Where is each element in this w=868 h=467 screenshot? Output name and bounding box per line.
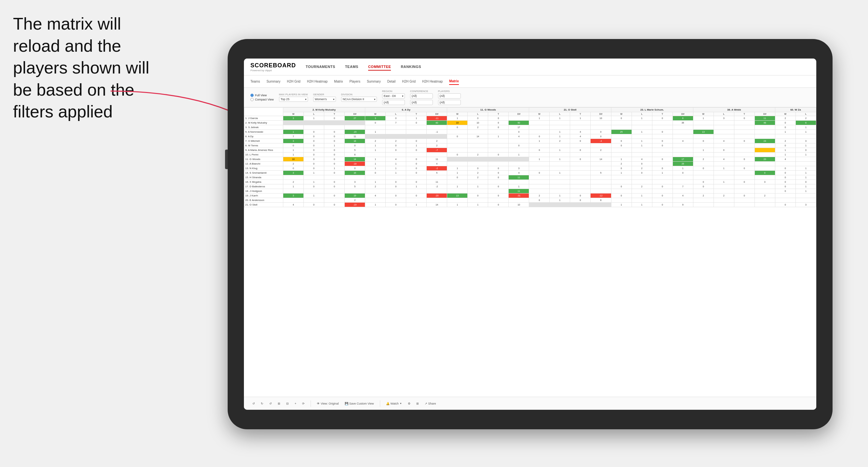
- gender-select[interactable]: Women's ▼: [313, 97, 336, 102]
- table-row: 16. X Mcgaha 2 1 0 3 1 0 0 11: [244, 180, 816, 184]
- table-row: 1. J Garcia 3 1 0 27 3 0 1 -11 1 0 0 1: [244, 116, 816, 121]
- player-name: 7. O Mitchell: [244, 139, 283, 144]
- compact-view-radio[interactable]: Compact View: [250, 98, 274, 101]
- players-sub-value: (All): [440, 101, 445, 104]
- share-icon: ↗: [425, 402, 427, 405]
- table-row: 10. L Perini 1 0 0 6 0 2 0 1: [244, 153, 816, 157]
- toolbar-watch: 🔔 Watch ▼ ⚙ ⊞ ↗ Share: [384, 401, 438, 406]
- gender-value: Women's: [315, 98, 327, 101]
- full-view-radio[interactable]: Full View: [250, 94, 274, 97]
- region-sub-select[interactable]: (All): [382, 100, 405, 105]
- player-name: 17. D Ballesteros: [244, 184, 283, 189]
- sub-t1: T: [324, 112, 345, 116]
- sub-t4: T: [570, 112, 591, 116]
- division-select[interactable]: NCAA Division II ▼: [341, 97, 377, 102]
- subnav-detail[interactable]: Detail: [388, 79, 396, 85]
- share-button[interactable]: ↗ Share: [423, 401, 438, 406]
- players-label: Players: [438, 90, 461, 93]
- table-row: 6. A Dy 7 0 0 11 0 14 1 4 0: [244, 134, 816, 139]
- player-name: 18. J Hodgson: [244, 189, 283, 193]
- subnav-players[interactable]: Players: [350, 79, 360, 85]
- reset-button[interactable]: ↺: [267, 401, 274, 406]
- table-row: 12. A Bianchi 2 0 0 -18 1 1 0 4: [244, 162, 816, 166]
- gender-chevron: ▼: [333, 98, 335, 100]
- players-select[interactable]: (All): [438, 93, 461, 98]
- subnav-h2h-heatmap[interactable]: H2H Heatmap: [307, 79, 328, 85]
- sub-t2: T: [406, 112, 427, 116]
- player-name: 12. A Bianchi: [244, 162, 283, 166]
- save-custom-button[interactable]: 💾 Save Custom View: [343, 401, 376, 406]
- nav-teams[interactable]: TEAMS: [345, 63, 359, 70]
- table-row: 3. S Jelinek 0 2 0 17: [244, 125, 816, 130]
- player-name: 3. S Jelinek: [244, 125, 283, 130]
- player-name: 13. N Klug: [244, 166, 283, 171]
- sub-l3: L: [468, 112, 488, 116]
- table-row: 11. G Woods 10 0 0 14 1 4 0 11 1: [244, 157, 816, 162]
- compact-view-label: Compact View: [255, 98, 274, 101]
- conference-select[interactable]: (All): [410, 93, 433, 98]
- zoom-button[interactable]: ⊟: [284, 401, 291, 406]
- col-header-za: 60. W Za: [775, 107, 816, 112]
- sub-dif2: Dif: [427, 112, 447, 116]
- max-players-label: Max players in view: [279, 93, 308, 96]
- sub-t6: T: [734, 112, 754, 116]
- subnav-summary[interactable]: Summary: [266, 79, 280, 85]
- subnav-matrix[interactable]: Matrix: [334, 79, 343, 85]
- undo-button[interactable]: ↺: [250, 401, 257, 406]
- watch-label: Watch: [391, 402, 399, 405]
- sub-dif1: Dif: [345, 112, 365, 116]
- table-row: 17. D Ballesteros 1 0 0 5 2 0 1 -2 1 1 0…: [244, 184, 816, 189]
- max-players-value: Top 25: [281, 98, 289, 101]
- subnav-h2h-grid2[interactable]: H2H Grid: [402, 79, 415, 85]
- region-sub-value: (All): [384, 101, 389, 104]
- fit-button[interactable]: ⊞: [276, 401, 282, 406]
- table-row: 18. J Hodgson 11: [244, 189, 816, 193]
- sub-w7: W: [775, 112, 796, 116]
- refresh-button[interactable]: ⟳: [300, 401, 307, 406]
- player-name: 14. S Srichantamit: [244, 171, 283, 175]
- subnav-h2h-grid[interactable]: H2H Grid: [287, 79, 301, 85]
- toolbar-history: ↺ ↻ ↺ ⊞ ⊟ + ⟳: [250, 401, 307, 406]
- table-row: 7. O Mitchell 3 0 0 18 2 2 0 2 1: [244, 139, 816, 144]
- subnav-teams[interactable]: Teams: [250, 79, 260, 85]
- region-select[interactable]: East - DII ▼: [382, 93, 405, 98]
- subnav-summary2[interactable]: Summary: [367, 79, 381, 85]
- view-original-button[interactable]: 👁 View: Original: [315, 401, 341, 406]
- sub-l1: L: [304, 112, 324, 116]
- sub-w6: W: [693, 112, 714, 116]
- add-button[interactable]: +: [293, 401, 298, 406]
- sub-l6: L: [714, 112, 734, 116]
- nav-committee[interactable]: COMMITTEE: [368, 63, 391, 70]
- full-view-radio-dot: [250, 94, 254, 97]
- max-players-select[interactable]: Top 25 ▼: [279, 97, 308, 102]
- sub-w1: W: [283, 112, 304, 116]
- layout-button[interactable]: ⊞: [414, 401, 421, 406]
- filter-region: Region East - DII ▼ (All): [382, 90, 405, 105]
- table-row: 21. O Stoll 4 0 0 -19 1 0 1 14 1 1 0 10: [244, 203, 816, 207]
- table-row: 2. M Kelly Mulcahy 0 7 0 40 10 10 0 50: [244, 121, 816, 125]
- player-name: 2. M Kelly Mulcahy: [244, 121, 283, 125]
- matrix-content[interactable]: 2. M Kelly Mulcahy 6. A Dy 11. G Woods 2…: [244, 107, 816, 397]
- col-header-woods: 11. G Woods: [447, 107, 529, 112]
- options-button[interactable]: ⚙: [406, 401, 412, 406]
- table-row: 5. A Nomrowski 1 0 0 -15 1 -1 0: [244, 130, 816, 134]
- toolbar-view: 👁 View: Original 💾 Save Custom View: [315, 401, 376, 406]
- nav-tournaments[interactable]: TOURNAMENTS: [306, 63, 335, 70]
- table-row: 8. M Torres 0 0 1 0 1 0 1 2 0: [244, 144, 816, 148]
- conference-label: Conference: [410, 90, 433, 93]
- filter-bar: Full View Compact View Max players in vi…: [244, 88, 816, 107]
- redo-button[interactable]: ↻: [259, 401, 266, 406]
- filter-players: Players (All) (All): [438, 90, 461, 105]
- subnav-h2h-heatmap2[interactable]: H2H Heatmap: [422, 79, 443, 85]
- player-name: 20. E Andersson: [244, 198, 283, 203]
- subnav-matrix2[interactable]: Matrix: [449, 78, 459, 85]
- conference-sub-select[interactable]: (All): [410, 100, 433, 105]
- nav-rankings[interactable]: RANKINGS: [401, 63, 421, 70]
- full-view-label: Full View: [255, 94, 267, 97]
- players-sub-select[interactable]: (All): [438, 100, 461, 105]
- compact-view-radio-dot: [250, 98, 254, 101]
- sub-t3: T: [488, 112, 509, 116]
- watch-button[interactable]: 🔔 Watch ▼: [384, 401, 404, 406]
- player-name: 5. A Nomrowski: [244, 130, 283, 134]
- filter-division: Division NCAA Division II ▼: [341, 93, 377, 102]
